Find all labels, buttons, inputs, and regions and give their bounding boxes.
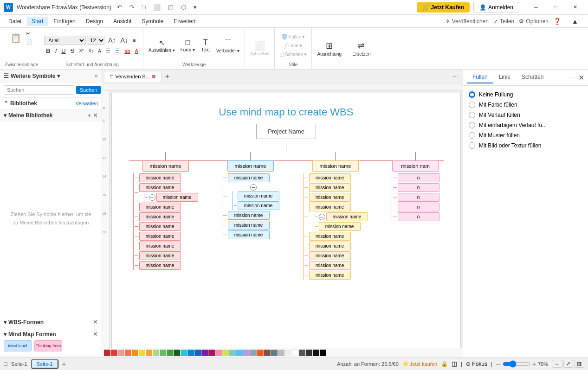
text-button[interactable]: T Text <box>198 37 213 54</box>
menu-einfuegen[interactable]: Einfügen <box>49 17 80 26</box>
zoom-in-button[interactable]: + <box>532 360 536 368</box>
other-btn3[interactable]: ◫ <box>166 3 175 12</box>
col1-header[interactable]: mission name <box>142 160 189 172</box>
right-expand-button[interactable]: ⋯ <box>451 72 461 81</box>
font-color-ab-button[interactable]: ab <box>123 47 132 55</box>
paste-button[interactable]: 📋 <box>8 32 23 45</box>
col3-sub-item1[interactable]: mission name <box>326 212 368 221</box>
replace-button[interactable]: ⇌ Ersetzen <box>350 39 373 58</box>
redo-button[interactable]: ↷ <box>128 3 136 12</box>
col2-item5[interactable]: mission name <box>228 230 270 239</box>
color-swatch-16[interactable] <box>208 350 215 356</box>
col3-item1[interactable]: mission name <box>309 173 351 182</box>
font-size-select[interactable]: 12 <box>87 36 105 45</box>
schnellstil-button[interactable]: ⬜ Schnellstil <box>248 39 271 57</box>
color-swatch-28[interactable] <box>292 350 298 356</box>
color-swatch-2[interactable] <box>111 350 117 356</box>
undo-button[interactable]: ↶ <box>115 3 124 12</box>
col1-item8[interactable]: mission name <box>139 251 181 260</box>
project-name-box[interactable]: Project Name <box>256 124 316 139</box>
color-swatch-11[interactable] <box>174 350 180 356</box>
meine-bib-add-button[interactable]: + <box>87 112 91 119</box>
font-size-increase-button[interactable]: A↑ <box>106 36 117 45</box>
options-button[interactable]: ⚙ Optionen <box>519 18 549 25</box>
jetzt-kaufen-small-button[interactable]: ⭐ Jetzt kaufen <box>402 361 437 367</box>
line-button[interactable]: ╱ Linie ▾ <box>283 42 304 50</box>
search-button[interactable]: Suchen <box>76 86 101 94</box>
col1-item7[interactable]: mission name <box>139 242 181 250</box>
color-swatch-10[interactable] <box>167 350 173 356</box>
tab-line[interactable]: Linie <box>493 71 516 83</box>
color-swatch-22[interactable] <box>250 350 257 356</box>
other-btn2[interactable]: ⬜ <box>151 3 162 12</box>
color-swatch-29[interactable] <box>299 350 305 356</box>
color-swatch-30[interactable] <box>306 350 312 356</box>
list-button[interactable]: ☰ <box>104 47 112 55</box>
zoom-slider[interactable] <box>503 360 530 368</box>
col2-item4[interactable]: mission name <box>228 221 270 230</box>
alignment-button[interactable]: ⊞ Ausrichtung <box>315 39 344 58</box>
col1-item2[interactable]: mission name <box>139 183 181 192</box>
color-swatch-32[interactable] <box>320 350 326 356</box>
layers-button[interactable]: ◫ <box>452 360 457 367</box>
color-swatch-25[interactable] <box>271 350 278 356</box>
font-family-select[interactable]: Arial <box>44 36 86 45</box>
col3-item6[interactable]: mission name <box>309 242 351 250</box>
menu-ansicht[interactable]: Ansicht <box>109 17 136 26</box>
shape-item-thinking[interactable]: Thinking from <box>34 340 62 351</box>
copy-button[interactable]: 📄 <box>24 38 34 46</box>
fill-button[interactable]: 🪣 Füllen ▾ <box>279 33 307 41</box>
right-panel-expand-button[interactable]: ⋯ <box>569 74 576 82</box>
color-swatch-12[interactable] <box>181 350 187 356</box>
color-swatch-7[interactable] <box>146 350 152 356</box>
col3-item4[interactable]: mission name <box>309 203 351 211</box>
close-button[interactable]: ✕ <box>566 2 584 13</box>
font-size-decrease-button[interactable]: A↓ <box>119 36 130 45</box>
bold-button[interactable]: B <box>44 46 52 55</box>
font-color-button[interactable]: A <box>133 47 140 55</box>
col3-item8[interactable]: mission name <box>309 261 351 270</box>
color-swatch-6[interactable] <box>139 350 145 356</box>
color-swatch-19[interactable] <box>229 350 236 356</box>
cut-button[interactable]: ✂ <box>24 30 34 38</box>
fill-option-pattern[interactable]: Mit Muster füllen <box>467 130 584 140</box>
sub2-item2[interactable]: mission name <box>238 201 279 210</box>
sidebar-toggle-button[interactable]: ▥ <box>574 360 584 368</box>
col4-header[interactable]: mission nam <box>392 160 439 172</box>
panel-collapse-button[interactable]: « <box>95 72 98 79</box>
verwalten-button[interactable]: Verwalten <box>76 101 98 106</box>
tab-shadow[interactable]: Schatten <box>516 71 549 83</box>
anmelden-button[interactable]: 👤 Anmelden <box>473 2 519 13</box>
color-swatch-21[interactable] <box>243 350 250 356</box>
menu-start[interactable]: Start <box>27 17 48 26</box>
col4-item1[interactable]: n <box>398 173 439 182</box>
mindmap-close-button[interactable]: ✕ <box>93 331 98 338</box>
col1-item9[interactable]: mission name <box>139 261 181 270</box>
color-swatch-3[interactable] <box>118 350 124 356</box>
col3-header[interactable]: mission name <box>312 160 359 172</box>
add-page-button[interactable]: + <box>62 360 66 368</box>
maximize-button[interactable]: □ <box>546 2 565 13</box>
other-btn4[interactable]: ⬡ <box>179 3 188 12</box>
col1-item5[interactable]: mission name <box>139 222 181 231</box>
wbs-close-button[interactable]: ✕ <box>93 319 98 325</box>
other-btn5[interactable]: ▾ <box>192 3 199 12</box>
connector-button[interactable]: ⌒ Verbinder ▾ <box>214 37 242 55</box>
shadow-button[interactable]: ◰ Schatten ▾ <box>278 51 309 58</box>
fill-option-gradient[interactable]: Mit Verlauf füllen <box>467 110 584 120</box>
sub2-item1[interactable]: mission name <box>238 191 279 200</box>
tab-add-button[interactable]: + <box>162 70 173 83</box>
col4-item4[interactable]: n <box>398 203 439 211</box>
align-button[interactable]: ≡ <box>131 37 137 44</box>
col3-item5[interactable]: mission name <box>309 232 351 241</box>
color-swatch-18[interactable] <box>222 350 229 356</box>
color-swatch-26[interactable] <box>278 350 284 356</box>
fill-option-color[interactable]: Mit Farbe füllen <box>467 100 584 110</box>
meine-bib-close-button[interactable]: ✕ <box>93 112 98 119</box>
col3-item3[interactable]: mission name <box>309 193 351 202</box>
focus-button[interactable]: ⊙ Fokus <box>466 361 487 367</box>
col2-item3[interactable]: mission name <box>228 211 270 220</box>
menu-erweitert[interactable]: Erweitert <box>169 17 200 26</box>
color-swatch-4[interactable] <box>125 350 131 356</box>
page-tab-button[interactable]: Seite-1 <box>31 359 58 369</box>
